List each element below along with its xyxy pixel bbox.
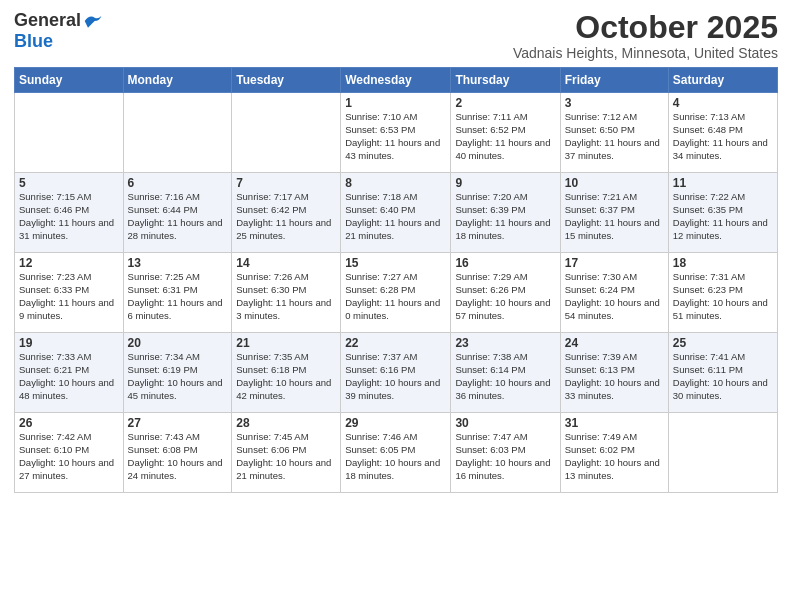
- day-number: 20: [128, 336, 228, 350]
- day-info: Sunrise: 7:37 AM Sunset: 6:16 PM Dayligh…: [345, 351, 446, 402]
- cell-3-6: 25Sunrise: 7:41 AM Sunset: 6:11 PM Dayli…: [668, 333, 777, 413]
- week-row-0: 1Sunrise: 7:10 AM Sunset: 6:53 PM Daylig…: [15, 93, 778, 173]
- header: General Blue October 2025 Vadnais Height…: [14, 10, 778, 61]
- col-saturday: Saturday: [668, 68, 777, 93]
- day-number: 15: [345, 256, 446, 270]
- month-title: October 2025: [513, 10, 778, 45]
- day-info: Sunrise: 7:47 AM Sunset: 6:03 PM Dayligh…: [455, 431, 555, 482]
- cell-3-5: 24Sunrise: 7:39 AM Sunset: 6:13 PM Dayli…: [560, 333, 668, 413]
- cell-4-0: 26Sunrise: 7:42 AM Sunset: 6:10 PM Dayli…: [15, 413, 124, 493]
- day-number: 9: [455, 176, 555, 190]
- cell-3-0: 19Sunrise: 7:33 AM Sunset: 6:21 PM Dayli…: [15, 333, 124, 413]
- col-friday: Friday: [560, 68, 668, 93]
- day-number: 18: [673, 256, 773, 270]
- day-info: Sunrise: 7:49 AM Sunset: 6:02 PM Dayligh…: [565, 431, 664, 482]
- week-row-4: 26Sunrise: 7:42 AM Sunset: 6:10 PM Dayli…: [15, 413, 778, 493]
- day-info: Sunrise: 7:17 AM Sunset: 6:42 PM Dayligh…: [236, 191, 336, 242]
- week-row-3: 19Sunrise: 7:33 AM Sunset: 6:21 PM Dayli…: [15, 333, 778, 413]
- calendar-table: Sunday Monday Tuesday Wednesday Thursday…: [14, 67, 778, 493]
- cell-2-4: 16Sunrise: 7:29 AM Sunset: 6:26 PM Dayli…: [451, 253, 560, 333]
- day-number: 27: [128, 416, 228, 430]
- week-row-1: 5Sunrise: 7:15 AM Sunset: 6:46 PM Daylig…: [15, 173, 778, 253]
- col-monday: Monday: [123, 68, 232, 93]
- cell-0-3: 1Sunrise: 7:10 AM Sunset: 6:53 PM Daylig…: [341, 93, 451, 173]
- day-info: Sunrise: 7:21 AM Sunset: 6:37 PM Dayligh…: [565, 191, 664, 242]
- day-info: Sunrise: 7:35 AM Sunset: 6:18 PM Dayligh…: [236, 351, 336, 402]
- cell-2-5: 17Sunrise: 7:30 AM Sunset: 6:24 PM Dayli…: [560, 253, 668, 333]
- day-number: 29: [345, 416, 446, 430]
- page: General Blue October 2025 Vadnais Height…: [0, 0, 792, 612]
- day-number: 10: [565, 176, 664, 190]
- day-info: Sunrise: 7:38 AM Sunset: 6:14 PM Dayligh…: [455, 351, 555, 402]
- day-info: Sunrise: 7:39 AM Sunset: 6:13 PM Dayligh…: [565, 351, 664, 402]
- day-number: 19: [19, 336, 119, 350]
- day-number: 3: [565, 96, 664, 110]
- cell-0-5: 3Sunrise: 7:12 AM Sunset: 6:50 PM Daylig…: [560, 93, 668, 173]
- day-info: Sunrise: 7:12 AM Sunset: 6:50 PM Dayligh…: [565, 111, 664, 162]
- day-info: Sunrise: 7:26 AM Sunset: 6:30 PM Dayligh…: [236, 271, 336, 322]
- day-number: 2: [455, 96, 555, 110]
- day-info: Sunrise: 7:33 AM Sunset: 6:21 PM Dayligh…: [19, 351, 119, 402]
- cell-2-2: 14Sunrise: 7:26 AM Sunset: 6:30 PM Dayli…: [232, 253, 341, 333]
- day-info: Sunrise: 7:13 AM Sunset: 6:48 PM Dayligh…: [673, 111, 773, 162]
- day-info: Sunrise: 7:11 AM Sunset: 6:52 PM Dayligh…: [455, 111, 555, 162]
- day-number: 1: [345, 96, 446, 110]
- cell-0-0: [15, 93, 124, 173]
- logo: General Blue: [14, 10, 103, 52]
- cell-1-0: 5Sunrise: 7:15 AM Sunset: 6:46 PM Daylig…: [15, 173, 124, 253]
- day-info: Sunrise: 7:27 AM Sunset: 6:28 PM Dayligh…: [345, 271, 446, 322]
- day-info: Sunrise: 7:45 AM Sunset: 6:06 PM Dayligh…: [236, 431, 336, 482]
- day-number: 22: [345, 336, 446, 350]
- cell-0-4: 2Sunrise: 7:11 AM Sunset: 6:52 PM Daylig…: [451, 93, 560, 173]
- day-info: Sunrise: 7:20 AM Sunset: 6:39 PM Dayligh…: [455, 191, 555, 242]
- col-tuesday: Tuesday: [232, 68, 341, 93]
- cell-3-1: 20Sunrise: 7:34 AM Sunset: 6:19 PM Dayli…: [123, 333, 232, 413]
- cell-1-4: 9Sunrise: 7:20 AM Sunset: 6:39 PM Daylig…: [451, 173, 560, 253]
- day-info: Sunrise: 7:18 AM Sunset: 6:40 PM Dayligh…: [345, 191, 446, 242]
- header-row: Sunday Monday Tuesday Wednesday Thursday…: [15, 68, 778, 93]
- day-number: 16: [455, 256, 555, 270]
- day-info: Sunrise: 7:43 AM Sunset: 6:08 PM Dayligh…: [128, 431, 228, 482]
- day-number: 25: [673, 336, 773, 350]
- cell-2-0: 12Sunrise: 7:23 AM Sunset: 6:33 PM Dayli…: [15, 253, 124, 333]
- day-number: 21: [236, 336, 336, 350]
- cell-1-5: 10Sunrise: 7:21 AM Sunset: 6:37 PM Dayli…: [560, 173, 668, 253]
- logo-blue-text: Blue: [14, 31, 53, 51]
- cell-1-1: 6Sunrise: 7:16 AM Sunset: 6:44 PM Daylig…: [123, 173, 232, 253]
- day-number: 7: [236, 176, 336, 190]
- day-info: Sunrise: 7:30 AM Sunset: 6:24 PM Dayligh…: [565, 271, 664, 322]
- col-thursday: Thursday: [451, 68, 560, 93]
- cell-4-4: 30Sunrise: 7:47 AM Sunset: 6:03 PM Dayli…: [451, 413, 560, 493]
- cell-0-2: [232, 93, 341, 173]
- day-info: Sunrise: 7:22 AM Sunset: 6:35 PM Dayligh…: [673, 191, 773, 242]
- day-number: 28: [236, 416, 336, 430]
- day-info: Sunrise: 7:31 AM Sunset: 6:23 PM Dayligh…: [673, 271, 773, 322]
- location: Vadnais Heights, Minnesota, United State…: [513, 45, 778, 61]
- cell-1-3: 8Sunrise: 7:18 AM Sunset: 6:40 PM Daylig…: [341, 173, 451, 253]
- day-number: 30: [455, 416, 555, 430]
- cell-0-6: 4Sunrise: 7:13 AM Sunset: 6:48 PM Daylig…: [668, 93, 777, 173]
- title-section: October 2025 Vadnais Heights, Minnesota,…: [513, 10, 778, 61]
- day-info: Sunrise: 7:15 AM Sunset: 6:46 PM Dayligh…: [19, 191, 119, 242]
- cell-3-3: 22Sunrise: 7:37 AM Sunset: 6:16 PM Dayli…: [341, 333, 451, 413]
- day-info: Sunrise: 7:23 AM Sunset: 6:33 PM Dayligh…: [19, 271, 119, 322]
- day-number: 23: [455, 336, 555, 350]
- cell-4-5: 31Sunrise: 7:49 AM Sunset: 6:02 PM Dayli…: [560, 413, 668, 493]
- day-info: Sunrise: 7:41 AM Sunset: 6:11 PM Dayligh…: [673, 351, 773, 402]
- day-number: 13: [128, 256, 228, 270]
- day-number: 8: [345, 176, 446, 190]
- week-row-2: 12Sunrise: 7:23 AM Sunset: 6:33 PM Dayli…: [15, 253, 778, 333]
- col-wednesday: Wednesday: [341, 68, 451, 93]
- day-info: Sunrise: 7:42 AM Sunset: 6:10 PM Dayligh…: [19, 431, 119, 482]
- cell-4-3: 29Sunrise: 7:46 AM Sunset: 6:05 PM Dayli…: [341, 413, 451, 493]
- cell-4-1: 27Sunrise: 7:43 AM Sunset: 6:08 PM Dayli…: [123, 413, 232, 493]
- logo-bird-icon: [83, 12, 103, 30]
- day-info: Sunrise: 7:46 AM Sunset: 6:05 PM Dayligh…: [345, 431, 446, 482]
- col-sunday: Sunday: [15, 68, 124, 93]
- cell-1-6: 11Sunrise: 7:22 AM Sunset: 6:35 PM Dayli…: [668, 173, 777, 253]
- day-number: 14: [236, 256, 336, 270]
- day-info: Sunrise: 7:34 AM Sunset: 6:19 PM Dayligh…: [128, 351, 228, 402]
- day-info: Sunrise: 7:29 AM Sunset: 6:26 PM Dayligh…: [455, 271, 555, 322]
- cell-3-4: 23Sunrise: 7:38 AM Sunset: 6:14 PM Dayli…: [451, 333, 560, 413]
- day-number: 26: [19, 416, 119, 430]
